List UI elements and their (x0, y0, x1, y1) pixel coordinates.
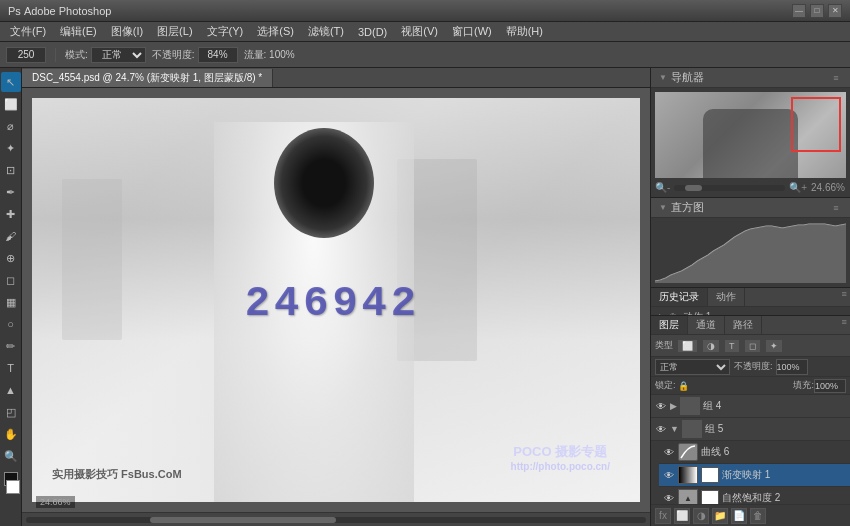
opacity-label2: 不透明度: (734, 360, 773, 373)
layer-item-group4[interactable]: 👁 ▶ 组 4 (651, 395, 850, 418)
check-icon: ✓ (655, 312, 665, 315)
menu-3d[interactable]: 3D(D) (352, 24, 393, 40)
nav-zoom-decrease[interactable]: 🔍- (655, 182, 670, 193)
close-button[interactable]: ✕ (828, 4, 842, 18)
menu-image[interactable]: 图像(I) (105, 22, 149, 41)
layer-item-curves6[interactable]: 👁 曲线 6 (659, 441, 850, 464)
layers-tab-paths[interactable]: 路径 (725, 316, 762, 334)
layer-item-gradmap1[interactable]: 👁 渐变映射 1 (659, 464, 850, 487)
nav-zoom-value: 24.66% (811, 182, 846, 193)
filter-pixel-btn[interactable]: ⬜ (677, 339, 698, 353)
tool-eraser[interactable]: ◻ (1, 270, 21, 290)
tool-crop[interactable]: ⊡ (1, 160, 21, 180)
layer-item-group5[interactable]: 👁 ▼ 组 5 (651, 418, 850, 441)
add-fx-button[interactable]: fx (655, 508, 671, 524)
minimize-button[interactable]: — (792, 4, 806, 18)
tool-zoom[interactable]: 🔍 (1, 446, 21, 466)
menu-filter[interactable]: 滤镜(T) (302, 22, 350, 41)
nav-zoom-thumb[interactable] (685, 185, 702, 191)
eye-toggle[interactable]: 👁 (655, 400, 667, 412)
tool-clone[interactable]: ⊕ (1, 248, 21, 268)
menu-select[interactable]: 选择(S) (251, 22, 300, 41)
hist-collapse-icon: ▼ (659, 203, 667, 212)
add-group-button[interactable]: 📁 (712, 508, 728, 524)
canvas-tab-item[interactable]: DSC_4554.psd @ 24.7% (新变映射 1, 图层蒙版/8) * (22, 69, 273, 87)
eye-toggle[interactable]: 👁 (663, 469, 675, 481)
nav-zoom-increase[interactable]: 🔍+ (789, 182, 807, 193)
opacity-input[interactable] (198, 47, 238, 63)
tool-move[interactable]: ↖ (1, 72, 21, 92)
tool-shape[interactable]: ◰ (1, 402, 21, 422)
delete-layer-button[interactable]: 🗑 (750, 508, 766, 524)
tool-pen[interactable]: ✏ (1, 336, 21, 356)
histogram-menu-icon[interactable]: ≡ (830, 202, 842, 214)
menu-text[interactable]: 文字(Y) (201, 22, 250, 41)
window-controls: — □ ✕ (792, 4, 842, 18)
scroll-thumb[interactable] (150, 517, 336, 523)
scroll-track[interactable] (26, 517, 646, 523)
layer-thumbnail (682, 420, 702, 438)
layers-tab-layers[interactable]: 图层 (651, 316, 688, 334)
tool-lasso[interactable]: ⌀ (1, 116, 21, 136)
history-tab-actions[interactable]: 动作 (708, 288, 745, 306)
canvas-scrollbar[interactable] (22, 512, 650, 526)
tool-hand[interactable]: ✋ (1, 424, 21, 444)
tool-path-select[interactable]: ▲ (1, 380, 21, 400)
layers-toolbar: 类型 ⬜ ◑ T ◻ ✦ (651, 335, 850, 357)
blend-mode-select[interactable]: 正常 不透明度: (655, 359, 730, 375)
eye-toggle[interactable]: 👁 (663, 446, 675, 458)
tool-dodge[interactable]: ○ (1, 314, 21, 334)
opacity-input2[interactable] (776, 359, 808, 375)
layers-menu-icon[interactable]: ≡ (838, 316, 850, 328)
zoom-input[interactable] (6, 47, 46, 63)
histogram-header[interactable]: ▼ 直方图 ≡ (651, 198, 850, 218)
history-menu-icon[interactable]: ≡ (838, 288, 850, 300)
fill-input[interactable] (814, 379, 846, 393)
navigator-header[interactable]: ▼ 导航器 ≡ (651, 68, 850, 88)
history-item[interactable]: ✓ 👁 动作 1 (651, 309, 850, 315)
layer-name: 组 4 (703, 399, 846, 413)
background-color[interactable] (6, 480, 20, 494)
add-adjustment-button[interactable]: ◑ (693, 508, 709, 524)
history-panel: 历史记录 动作 ≡ ✓ 👁 动作 1 ✓ 👁 裁片 ✓ 👁 sc (651, 288, 850, 316)
eye-toggle[interactable]: 👁 (663, 492, 675, 504)
lock-icons: 🔒 (678, 381, 689, 391)
menu-layer[interactable]: 图层(L) (151, 22, 198, 41)
flow-option: 流量: 100% (244, 48, 295, 62)
menu-window[interactable]: 窗口(W) (446, 22, 498, 41)
maximize-button[interactable]: □ (810, 4, 824, 18)
menu-file[interactable]: 文件(F) (4, 22, 52, 41)
tool-gradient[interactable]: ▦ (1, 292, 21, 312)
tool-select-rect[interactable]: ⬜ (1, 94, 21, 114)
filter-smart-btn[interactable]: ✦ (765, 339, 783, 353)
tool-brush[interactable]: 🖌 (1, 226, 21, 246)
opacity-option: 不透明度: (152, 47, 238, 63)
menu-edit[interactable]: 编辑(E) (54, 22, 103, 41)
nav-zoom-slider[interactable] (674, 185, 785, 191)
layer-item-saturation2[interactable]: 👁 ▲ 自然饱和度 2 (659, 487, 850, 504)
filter-text-btn[interactable]: T (724, 339, 740, 353)
tool-quick-select[interactable]: ✦ (1, 138, 21, 158)
canvas-viewport[interactable]: 246942 实用摄影技巧 FsBus.CoM POCO 摄影专题 http:/… (22, 88, 650, 512)
add-mask-button[interactable]: ⬜ (674, 508, 690, 524)
title-text: Adobe Photoshop (24, 5, 111, 17)
histogram-svg (655, 223, 846, 283)
filter-shape-btn[interactable]: ◻ (744, 339, 761, 353)
eye-toggle[interactable]: 👁 (655, 423, 667, 435)
app-icon: Ps (8, 5, 21, 17)
menu-help[interactable]: 帮助(H) (500, 22, 549, 41)
history-label: 动作 1 (683, 310, 711, 315)
tool-heal[interactable]: ✚ (1, 204, 21, 224)
mode-select[interactable]: 正常 (91, 47, 146, 63)
layer-name: 渐变映射 1 (722, 468, 846, 482)
navigator-panel: ▼ 导航器 ≡ 🔍- (651, 68, 850, 198)
tool-eyedropper[interactable]: ✒ (1, 182, 21, 202)
layers-tab-channels[interactable]: 通道 (688, 316, 725, 334)
nav-menu-icon[interactable]: ≡ (830, 72, 842, 84)
menu-view[interactable]: 视图(V) (395, 22, 444, 41)
layers-content: 👁 ▶ 组 4 👁 ▼ 组 5 👁 (651, 395, 850, 504)
filter-adj-btn[interactable]: ◑ (702, 339, 720, 353)
history-tab-history[interactable]: 历史记录 (651, 288, 708, 306)
add-layer-button[interactable]: 📄 (731, 508, 747, 524)
tool-text[interactable]: T (1, 358, 21, 378)
